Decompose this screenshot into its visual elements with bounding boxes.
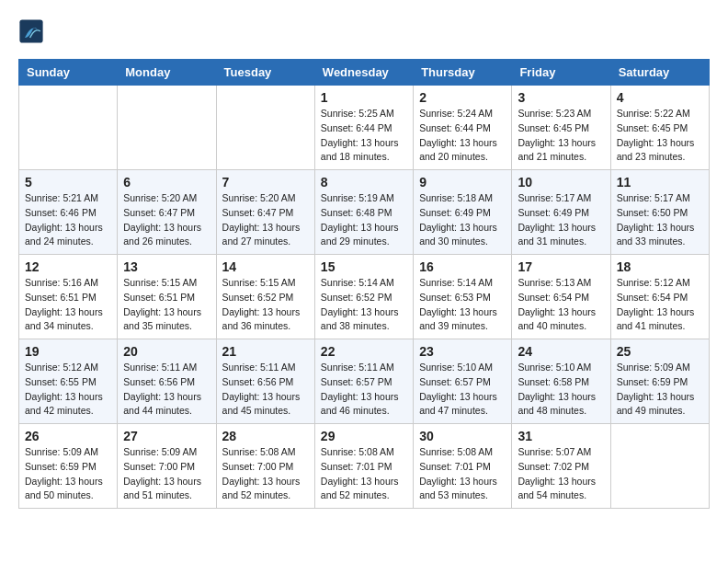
column-header-wednesday: Wednesday [314, 60, 413, 86]
day-number: 17 [518, 259, 604, 274]
day-info: Sunrise: 5:15 AM Sunset: 6:52 PM Dayligh… [222, 276, 309, 334]
day-info: Sunrise: 5:07 AM Sunset: 7:02 PM Dayligh… [518, 445, 604, 503]
calendar-cell: 27Sunrise: 5:09 AM Sunset: 7:00 PM Dayli… [118, 424, 216, 509]
day-info: Sunrise: 5:08 AM Sunset: 7:01 PM Dayligh… [321, 445, 407, 503]
day-info: Sunrise: 5:16 AM Sunset: 6:51 PM Dayligh… [25, 276, 111, 334]
logo [18, 18, 48, 44]
day-info: Sunrise: 5:12 AM Sunset: 6:55 PM Dayligh… [25, 361, 111, 419]
day-info: Sunrise: 5:08 AM Sunset: 7:01 PM Dayligh… [419, 445, 506, 503]
day-info: Sunrise: 5:20 AM Sunset: 6:47 PM Dayligh… [123, 191, 210, 249]
day-info: Sunrise: 5:14 AM Sunset: 6:52 PM Dayligh… [321, 276, 407, 334]
day-info: Sunrise: 5:11 AM Sunset: 6:56 PM Dayligh… [123, 361, 210, 419]
calendar-cell: 19Sunrise: 5:12 AM Sunset: 6:55 PM Dayli… [19, 339, 118, 424]
calendar-cell: 7Sunrise: 5:20 AM Sunset: 6:47 PM Daylig… [216, 170, 314, 255]
calendar-cell [610, 424, 709, 509]
calendar-week-5: 26Sunrise: 5:09 AM Sunset: 6:59 PM Dayli… [19, 424, 710, 509]
day-info: Sunrise: 5:25 AM Sunset: 6:44 PM Dayligh… [321, 107, 407, 165]
calendar-cell: 18Sunrise: 5:12 AM Sunset: 6:54 PM Dayli… [610, 255, 709, 339]
day-number: 2 [419, 90, 506, 105]
day-number: 21 [222, 344, 309, 359]
day-info: Sunrise: 5:13 AM Sunset: 6:54 PM Dayligh… [518, 276, 604, 334]
calendar-cell: 2Sunrise: 5:24 AM Sunset: 6:44 PM Daylig… [414, 86, 512, 170]
calendar-cell: 29Sunrise: 5:08 AM Sunset: 7:01 PM Dayli… [314, 424, 413, 509]
day-number: 29 [321, 429, 407, 443]
day-number: 12 [25, 259, 111, 274]
calendar-cell: 1Sunrise: 5:25 AM Sunset: 6:44 PM Daylig… [314, 86, 413, 170]
calendar-table: SundayMondayTuesdayWednesdayThursdayFrid… [18, 59, 710, 509]
day-info: Sunrise: 5:14 AM Sunset: 6:53 PM Dayligh… [419, 276, 506, 334]
day-info: Sunrise: 5:09 AM Sunset: 6:59 PM Dayligh… [25, 445, 111, 503]
day-info: Sunrise: 5:10 AM Sunset: 6:58 PM Dayligh… [518, 361, 604, 419]
day-info: Sunrise: 5:09 AM Sunset: 7:00 PM Dayligh… [123, 445, 210, 503]
day-number: 25 [617, 344, 703, 359]
page-header [18, 18, 710, 44]
day-number: 23 [419, 344, 506, 359]
calendar-cell: 14Sunrise: 5:15 AM Sunset: 6:52 PM Dayli… [216, 255, 314, 339]
day-info: Sunrise: 5:11 AM Sunset: 6:57 PM Dayligh… [321, 361, 407, 419]
calendar-cell: 13Sunrise: 5:15 AM Sunset: 6:51 PM Dayli… [118, 255, 216, 339]
calendar-week-2: 5Sunrise: 5:21 AM Sunset: 6:46 PM Daylig… [19, 170, 710, 255]
day-number: 24 [518, 344, 604, 359]
day-info: Sunrise: 5:20 AM Sunset: 6:47 PM Dayligh… [222, 191, 309, 249]
calendar-cell: 15Sunrise: 5:14 AM Sunset: 6:52 PM Dayli… [314, 255, 413, 339]
logo-icon [18, 18, 44, 44]
calendar-cell: 20Sunrise: 5:11 AM Sunset: 6:56 PM Dayli… [118, 339, 216, 424]
day-info: Sunrise: 5:17 AM Sunset: 6:49 PM Dayligh… [518, 191, 604, 249]
calendar-cell: 8Sunrise: 5:19 AM Sunset: 6:48 PM Daylig… [314, 170, 413, 255]
column-header-monday: Monday [118, 60, 216, 86]
day-number: 19 [25, 344, 111, 359]
day-info: Sunrise: 5:08 AM Sunset: 7:00 PM Dayligh… [222, 445, 309, 503]
calendar-cell [118, 86, 216, 170]
calendar-cell: 17Sunrise: 5:13 AM Sunset: 6:54 PM Dayli… [512, 255, 610, 339]
day-info: Sunrise: 5:12 AM Sunset: 6:54 PM Dayligh… [617, 276, 703, 334]
day-info: Sunrise: 5:24 AM Sunset: 6:44 PM Dayligh… [419, 107, 506, 165]
calendar-cell: 6Sunrise: 5:20 AM Sunset: 6:47 PM Daylig… [118, 170, 216, 255]
day-number: 20 [123, 344, 210, 359]
day-info: Sunrise: 5:15 AM Sunset: 6:51 PM Dayligh… [123, 276, 210, 334]
calendar-cell: 9Sunrise: 5:18 AM Sunset: 6:49 PM Daylig… [414, 170, 512, 255]
day-info: Sunrise: 5:19 AM Sunset: 6:48 PM Dayligh… [321, 191, 407, 249]
day-number: 30 [419, 429, 506, 443]
calendar-cell: 23Sunrise: 5:10 AM Sunset: 6:57 PM Dayli… [414, 339, 512, 424]
day-info: Sunrise: 5:22 AM Sunset: 6:45 PM Dayligh… [617, 107, 703, 165]
calendar-cell: 16Sunrise: 5:14 AM Sunset: 6:53 PM Dayli… [414, 255, 512, 339]
calendar-cell: 25Sunrise: 5:09 AM Sunset: 6:59 PM Dayli… [610, 339, 709, 424]
day-number: 13 [123, 259, 210, 274]
day-info: Sunrise: 5:18 AM Sunset: 6:49 PM Dayligh… [419, 191, 506, 249]
calendar-cell: 30Sunrise: 5:08 AM Sunset: 7:01 PM Dayli… [414, 424, 512, 509]
calendar-week-1: 1Sunrise: 5:25 AM Sunset: 6:44 PM Daylig… [19, 86, 710, 170]
day-number: 31 [518, 429, 604, 443]
calendar-cell: 4Sunrise: 5:22 AM Sunset: 6:45 PM Daylig… [610, 86, 709, 170]
calendar-cell: 10Sunrise: 5:17 AM Sunset: 6:49 PM Dayli… [512, 170, 610, 255]
day-number: 28 [222, 429, 309, 443]
day-number: 14 [222, 259, 309, 274]
day-number: 11 [617, 175, 703, 190]
calendar-cell: 3Sunrise: 5:23 AM Sunset: 6:45 PM Daylig… [512, 86, 610, 170]
day-info: Sunrise: 5:10 AM Sunset: 6:57 PM Dayligh… [419, 361, 506, 419]
day-number: 9 [419, 175, 506, 190]
day-number: 22 [321, 344, 407, 359]
day-number: 18 [617, 259, 703, 274]
calendar-cell: 31Sunrise: 5:07 AM Sunset: 7:02 PM Dayli… [512, 424, 610, 509]
calendar-cell: 21Sunrise: 5:11 AM Sunset: 6:56 PM Dayli… [216, 339, 314, 424]
calendar-cell: 28Sunrise: 5:08 AM Sunset: 7:00 PM Dayli… [216, 424, 314, 509]
calendar-cell: 11Sunrise: 5:17 AM Sunset: 6:50 PM Dayli… [610, 170, 709, 255]
column-header-sunday: Sunday [19, 60, 118, 86]
day-number: 6 [123, 175, 210, 190]
day-number: 27 [123, 429, 210, 443]
calendar-week-4: 19Sunrise: 5:12 AM Sunset: 6:55 PM Dayli… [19, 339, 710, 424]
day-number: 5 [25, 175, 111, 190]
calendar-cell: 22Sunrise: 5:11 AM Sunset: 6:57 PM Dayli… [314, 339, 413, 424]
calendar-cell: 26Sunrise: 5:09 AM Sunset: 6:59 PM Dayli… [19, 424, 118, 509]
day-number: 15 [321, 259, 407, 274]
day-number: 7 [222, 175, 309, 190]
day-number: 3 [518, 90, 604, 105]
day-number: 4 [617, 90, 703, 105]
day-number: 16 [419, 259, 506, 274]
column-header-saturday: Saturday [610, 60, 709, 86]
day-number: 1 [321, 90, 407, 105]
column-header-thursday: Thursday [414, 60, 512, 86]
column-header-friday: Friday [512, 60, 610, 86]
calendar-cell: 5Sunrise: 5:21 AM Sunset: 6:46 PM Daylig… [19, 170, 118, 255]
day-info: Sunrise: 5:11 AM Sunset: 6:56 PM Dayligh… [222, 361, 309, 419]
